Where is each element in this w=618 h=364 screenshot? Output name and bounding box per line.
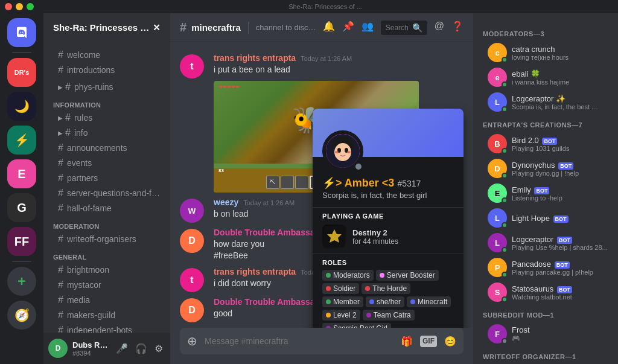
role-color-dot: [326, 313, 331, 318]
list-item[interactable]: P Pancadose BOT Playing pancake.gg | p!h…: [478, 255, 613, 279]
channel-item-partners[interactable]: # partners: [48, 171, 165, 185]
list-item[interactable]: B Bird 2.0 BOT Playing 1031 guilds: [478, 132, 613, 156]
guild-icon-1[interactable]: DR's: [7, 58, 36, 87]
emoji-icon[interactable]: 😊: [444, 336, 456, 347]
channel-item-mystacor[interactable]: # mystacor: [48, 278, 165, 292]
chat-input-box: ⊕ 🎁 GIF 😊: [180, 328, 464, 354]
channel-list: # welcome # introductions ▶ # phys-ruins…: [43, 42, 170, 333]
deafen-icon[interactable]: 🎧: [133, 340, 150, 357]
channel-hash-icon: #: [58, 203, 63, 214]
settings-icon[interactable]: ⚙: [152, 340, 165, 357]
list-item[interactable]: F Frost 🎮: [478, 322, 613, 346]
channel-item-independent-bots[interactable]: # independent-bots: [48, 323, 165, 333]
list-item[interactable]: L Light Hope BOT: [478, 206, 613, 230]
list-item[interactable]: S Statosaurus BOT Watching statbot.net: [478, 280, 613, 304]
explore-servers-button[interactable]: 🧭: [7, 301, 36, 330]
channel-hash-icon: #: [58, 264, 63, 275]
profile-status-badge: [354, 162, 363, 171]
channel-item-announcements[interactable]: # announcements: [48, 141, 165, 155]
category-moderation: MODERATION: [43, 220, 170, 231]
add-server-button[interactable]: +: [7, 267, 36, 296]
role-name: Level 2: [333, 311, 357, 319]
channel-item-welcome[interactable]: # welcome: [48, 48, 165, 62]
role-color-dot: [366, 313, 371, 318]
avatar: D: [180, 298, 204, 322]
role-name: Team Catra: [374, 311, 411, 319]
avatar: c: [488, 43, 507, 62]
server-name: She-Ra: Princesses of ...: [53, 22, 153, 33]
list-item[interactable]: L Logceraptor BOT Playing Use %help | sh…: [478, 231, 613, 255]
search-bar[interactable]: Search 🔍: [381, 21, 427, 35]
channel-hash-icon: #: [65, 112, 71, 123]
avatar: L: [488, 92, 507, 112]
role-color-dot: [380, 273, 384, 278]
hotbar-slot: [281, 176, 294, 189]
member-info: Light Hope BOT: [512, 214, 608, 223]
gift-icon[interactable]: 🎁: [401, 336, 413, 347]
list-item[interactable]: D Dynonychus BOT Playing dyno.gg | !help: [478, 156, 613, 180]
channel-item-writeoff[interactable]: # writeoff-organisers: [48, 232, 165, 246]
help-icon[interactable]: ❓: [451, 21, 464, 35]
guild-icon-4[interactable]: E: [7, 159, 36, 188]
members-icon[interactable]: 👥: [362, 21, 374, 35]
profile-roles-label: ROLES: [322, 259, 454, 266]
list-item[interactable]: L Logceraptor ✨ Scorpia is, in fact, the…: [478, 90, 613, 114]
member-info: Emily BOT Listening to -help: [512, 185, 608, 202]
list-item[interactable]: E Emily BOT Listening to -help: [478, 181, 613, 205]
role-color-dot: [369, 299, 374, 304]
avatar: D: [180, 229, 204, 253]
guild-icon-3[interactable]: ⚡: [7, 126, 36, 155]
close-button[interactable]: [5, 3, 12, 10]
expand-icon: ▶: [58, 115, 63, 121]
list-item: Minecraft: [407, 296, 451, 307]
chat-input-icons: 🎁 GIF 😊: [401, 336, 456, 347]
channel-item-rules[interactable]: ▶ # rules: [48, 110, 165, 125]
list-item: The Horde: [362, 283, 410, 294]
channel-name-independent-bots: independent-bots: [67, 325, 132, 333]
profile-popup: ⚡> Amber <3 #5317 Scorpia is, in fact, t…: [313, 109, 464, 328]
member-info: Statosaurus BOT Watching statbot.net: [512, 284, 608, 301]
channel-name-events: events: [67, 158, 92, 168]
heart-icon: ❤❤❤❤❤: [218, 85, 240, 90]
channel-item-introductions[interactable]: # introductions: [48, 63, 165, 77]
role-color-dot: [326, 326, 331, 328]
channel-item-brightmoon[interactable]: # brightmoon: [48, 263, 165, 277]
server-header[interactable]: She-Ra: Princesses of ... ✕: [43, 13, 170, 42]
status-badge: [502, 81, 508, 88]
channel-name-brightmoon: brightmoon: [67, 265, 109, 275]
channel-item-hall-of-fame[interactable]: # hall-of-fame: [48, 201, 165, 216]
member-name: ebali 🍀: [512, 69, 608, 78]
discord-home-icon[interactable]: [7, 18, 36, 47]
list-item[interactable]: e ebali 🍀 i wanna kiss hajime: [478, 65, 613, 89]
chat-header-icons: 🔔 📌 👥 Search 🔍 @ ❓: [323, 21, 464, 35]
mute-icon[interactable]: 🎤: [113, 340, 130, 357]
status-badge: [502, 57, 508, 63]
member-status: Playing 1031 guilds: [512, 145, 608, 152]
channel-item-server-questions[interactable]: # server-questions-and-fee...: [48, 186, 165, 200]
chat-input[interactable]: [205, 336, 401, 346]
channel-hash-icon: #: [58, 142, 63, 153]
guild-icon-2[interactable]: 🌙: [7, 92, 36, 121]
role-name: Server Booster: [387, 271, 435, 279]
minimize-button[interactable]: [16, 3, 23, 10]
list-item[interactable]: c catra crunch loving те(кне hours: [478, 40, 613, 65]
bot-badge: BOT: [557, 286, 572, 293]
pin-icon[interactable]: 📌: [342, 21, 354, 35]
category-writeoff-organizer: WRITEOFF ORGANIZER—1: [473, 351, 618, 363]
channel-item-phys-ruins[interactable]: ▶ # phys-ruins: [48, 80, 165, 94]
channel-item-makers-guild[interactable]: # makers-guild: [48, 308, 165, 322]
bell-icon[interactable]: 🔔: [323, 21, 335, 35]
guild-icon-5[interactable]: G: [7, 193, 36, 222]
channel-item-events[interactable]: # events: [48, 156, 165, 170]
guild-icon-6[interactable]: FF: [7, 227, 36, 256]
at-icon[interactable]: @: [435, 21, 444, 35]
gif-icon[interactable]: GIF: [420, 336, 437, 347]
maximize-button[interactable]: [27, 3, 34, 10]
attach-icon[interactable]: ⊕: [187, 334, 197, 348]
role-color-dot: [365, 286, 370, 291]
channel-name-partners: partners: [67, 173, 98, 183]
channel-item-info[interactable]: ▶ # info: [48, 126, 165, 140]
member-name: Light Hope BOT: [512, 214, 608, 223]
channel-item-media[interactable]: # media: [48, 293, 165, 307]
list-item: Server Booster: [376, 270, 439, 281]
